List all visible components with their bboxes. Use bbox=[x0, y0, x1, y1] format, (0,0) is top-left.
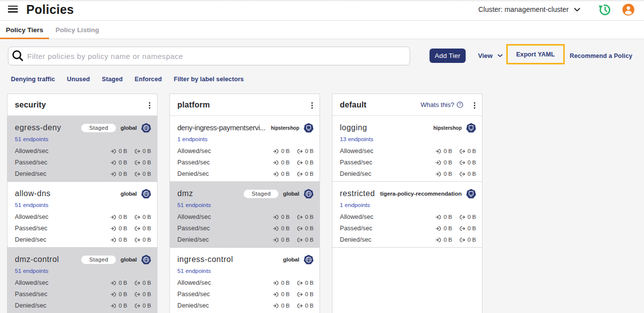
svg-text:?: ? bbox=[459, 103, 461, 107]
